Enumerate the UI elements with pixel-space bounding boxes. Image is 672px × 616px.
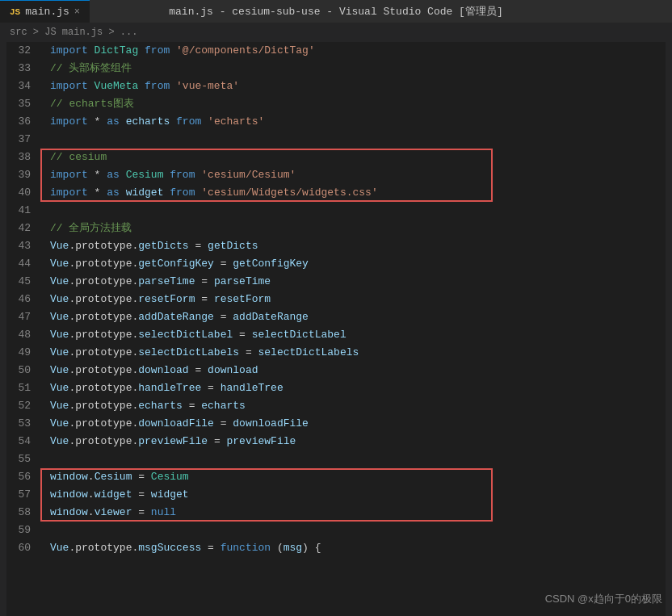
line-code[interactable]: Vue.prototype.handleTree = handleTree [44,379,666,397]
line-49: 49Vue.prototype.selectDictLabels = selec… [6,344,666,362]
line-40: 40import * as widget from 'cesium/Widget… [6,184,666,202]
line-code[interactable]: Vue.prototype.echarts = echarts [44,397,666,415]
line-code[interactable]: // echarts图表 [44,95,666,113]
line-number: 38 [6,149,44,166]
line-number: 60 [6,539,44,557]
tab-label: main.js [25,6,69,18]
line-number: 39 [6,166,44,184]
line-35: 35// echarts图表 [6,95,666,113]
line-57: 57window.widget = widget [6,486,666,504]
line-50: 50Vue.prototype.download = download [6,362,666,379]
line-number: 43 [6,237,44,255]
line-number: 37 [6,131,44,149]
breadcrumb: src > JS main.js > ... [0,23,672,42]
line-number: 57 [6,486,44,504]
editor-body: 32import DictTag from '@/components/Dict… [0,42,672,616]
line-number: 36 [6,113,44,131]
scrollbar[interactable] [666,42,672,616]
line-code[interactable]: import * as widget from 'cesium/Widgets/… [44,184,666,202]
line-number: 42 [6,220,44,237]
line-43: 43Vue.prototype.getDicts = getDicts [6,237,666,255]
line-code[interactable]: // 头部标签组件 [44,60,666,78]
line-51: 51Vue.prototype.handleTree = handleTree [6,379,666,397]
line-59: 59 [6,522,666,539]
line-code[interactable]: Vue.prototype.selectDictLabel = selectDi… [44,326,666,344]
line-36: 36import * as echarts from 'echarts' [6,113,666,131]
line-code[interactable] [44,522,666,539]
line-33: 33// 头部标签组件 [6,60,666,78]
line-41: 41 [6,202,666,220]
line-code[interactable] [44,131,666,149]
line-58: 58window.viewer = null [6,504,666,522]
code-area[interactable]: 32import DictTag from '@/components/Dict… [6,42,666,616]
line-code[interactable]: window.viewer = null [44,504,666,522]
line-53: 53Vue.prototype.downloadFile = downloadF… [6,415,666,433]
line-48: 48Vue.prototype.selectDictLabel = select… [6,326,666,344]
line-number: 59 [6,522,44,539]
line-number: 35 [6,95,44,113]
line-code[interactable] [44,202,666,220]
line-number: 41 [6,202,44,220]
line-code[interactable]: Vue.prototype.parseTime = parseTime [44,273,666,291]
line-number: 49 [6,344,44,362]
line-code[interactable] [44,450,666,468]
line-code[interactable]: import * as Cesium from 'cesium/Cesium' [44,166,666,184]
line-number: 50 [6,362,44,379]
line-number: 53 [6,415,44,433]
js-file-icon: JS [10,7,20,17]
watermark: CSDN @x趋向于0的极限 [545,592,662,606]
line-code[interactable]: // cesium [44,149,666,166]
line-47: 47Vue.prototype.addDateRange = addDateRa… [6,308,666,326]
activity-bar [0,42,6,616]
line-52: 52Vue.prototype.echarts = echarts [6,397,666,415]
line-number: 58 [6,504,44,522]
line-number: 33 [6,60,44,78]
line-54: 54Vue.prototype.previewFile = previewFil… [6,433,666,450]
line-number: 54 [6,433,44,450]
line-code[interactable]: Vue.prototype.previewFile = previewFile [44,433,666,450]
line-46: 46Vue.prototype.resetForm = resetForm [6,291,666,308]
line-code[interactable]: Vue.prototype.msgSuccess = function (msg… [44,539,666,557]
line-number: 52 [6,397,44,415]
line-44: 44Vue.prototype.getConfigKey = getConfig… [6,255,666,273]
line-code[interactable]: // 全局方法挂载 [44,220,666,237]
line-code[interactable]: import VueMeta from 'vue-meta' [44,78,666,95]
line-number: 51 [6,379,44,397]
line-number: 56 [6,468,44,486]
line-38: 38// cesium [6,149,666,166]
line-code[interactable]: Vue.prototype.getConfigKey = getConfigKe… [44,255,666,273]
line-code[interactable]: import * as echarts from 'echarts' [44,113,666,131]
line-number: 46 [6,291,44,308]
line-code[interactable]: window.widget = widget [44,486,666,504]
line-60: 60Vue.prototype.msgSuccess = function (m… [6,539,666,557]
line-number: 55 [6,450,44,468]
lines-container: 32import DictTag from '@/components/Dict… [6,42,666,557]
line-code[interactable]: Vue.prototype.downloadFile = downloadFil… [44,415,666,433]
title-bar: JS main.js × main.js - cesium-sub-use - … [0,0,672,23]
line-45: 45Vue.prototype.parseTime = parseTime [6,273,666,291]
line-number: 45 [6,273,44,291]
line-55: 55 [6,450,666,468]
line-number: 40 [6,184,44,202]
line-56: 56window.Cesium = Cesium [6,468,666,486]
line-34: 34import VueMeta from 'vue-meta' [6,78,666,95]
line-number: 34 [6,78,44,95]
line-code[interactable]: Vue.prototype.getDicts = getDicts [44,237,666,255]
line-number: 44 [6,255,44,273]
window-title: main.js - cesium-sub-use - Visual Studio… [169,4,502,19]
line-code[interactable]: Vue.prototype.addDateRange = addDateRang… [44,308,666,326]
line-number: 48 [6,326,44,344]
line-code[interactable]: Vue.prototype.selectDictLabels = selectD… [44,344,666,362]
tab-close-icon[interactable]: × [74,6,80,18]
line-code[interactable]: import DictTag from '@/components/DictTa… [44,42,666,60]
tab-main-js[interactable]: JS main.js × [0,0,90,23]
line-32: 32import DictTag from '@/components/Dict… [6,42,666,60]
line-number: 32 [6,42,44,60]
line-code[interactable]: Vue.prototype.download = download [44,362,666,379]
line-number: 47 [6,308,44,326]
line-42: 42// 全局方法挂载 [6,220,666,237]
line-39: 39import * as Cesium from 'cesium/Cesium… [6,166,666,184]
line-37: 37 [6,131,666,149]
line-code[interactable]: Vue.prototype.resetForm = resetForm [44,291,666,308]
line-code[interactable]: window.Cesium = Cesium [44,468,666,486]
